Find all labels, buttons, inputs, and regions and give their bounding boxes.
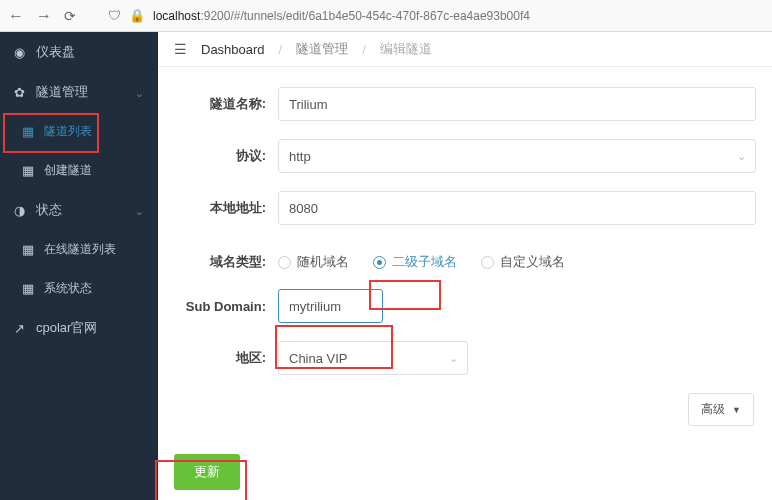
sidebar-label: 系统状态 — [44, 280, 92, 297]
gear-icon: ✿ — [14, 85, 28, 100]
sidebar-label: 状态 — [36, 201, 62, 219]
sidebar-label: 在线隧道列表 — [44, 241, 116, 258]
label-domain-type: 域名类型: — [158, 253, 278, 271]
list-icon: ▦ — [22, 242, 36, 257]
shield-icon[interactable]: 🛡 — [108, 8, 121, 23]
label-tunnel-name: 隧道名称: — [158, 95, 278, 113]
chevron-up-icon: ⌃ — [135, 86, 144, 99]
radio-label: 自定义域名 — [500, 253, 565, 271]
crumb-sep: / — [279, 42, 283, 57]
crumb-sep: / — [362, 42, 366, 57]
sidebar-item-tunnel-create[interactable]: ▦ 创建隧道 — [0, 151, 158, 190]
crumb-edit: 编辑隧道 — [380, 40, 432, 58]
lock-icon: 🔒 — [129, 8, 145, 23]
label-protocol: 协议: — [158, 147, 278, 165]
sidebar-item-sys-status[interactable]: ▦ 系统状态 — [0, 269, 158, 308]
label-subdomain: Sub Domain: — [158, 299, 278, 314]
breadcrumb: ☰ Dashboard / 隧道管理 / 编辑隧道 — [158, 32, 772, 67]
radio-label: 二级子域名 — [392, 253, 457, 271]
refresh-icon[interactable]: ⟳ — [64, 8, 76, 24]
sidebar-item-status[interactable]: ◑ 状态 ⌃ — [0, 190, 158, 230]
sidebar-label: 隧道列表 — [44, 123, 92, 140]
sidebar-item-cpolar[interactable]: ↗ cpolar官网 — [0, 308, 158, 348]
sidebar-label: cpolar官网 — [36, 319, 97, 337]
region-select[interactable] — [278, 341, 468, 375]
dashboard-icon: ◉ — [14, 45, 28, 60]
radio-icon — [373, 256, 386, 269]
label-region: 地区: — [158, 349, 278, 367]
radio-random-domain[interactable]: 随机域名 — [278, 253, 349, 271]
link-icon: ↗ — [14, 321, 28, 336]
radio-icon — [481, 256, 494, 269]
main-content: ☰ Dashboard / 隧道管理 / 编辑隧道 隧道名称: 协议: ⌄ 本地… — [158, 32, 772, 500]
crumb-dashboard[interactable]: Dashboard — [201, 42, 265, 57]
list-icon: ▦ — [22, 281, 36, 296]
radio-custom-domain[interactable]: 自定义域名 — [481, 253, 565, 271]
protocol-select[interactable] — [278, 139, 756, 173]
sidebar-label: 创建隧道 — [44, 162, 92, 179]
form-area: 隧道名称: 协议: ⌄ 本地地址: 域名类型: 随机域名 — [158, 67, 772, 500]
sidebar-label: 仪表盘 — [36, 43, 75, 61]
sidebar: ◉ 仪表盘 ✿ 隧道管理 ⌃ ▦ 隧道列表 ▦ 创建隧道 ◑ 状态 ⌃ ▦ 在线… — [0, 32, 158, 500]
radio-sub-domain[interactable]: 二级子域名 — [373, 253, 457, 271]
advanced-button[interactable]: 高级 ▼ — [688, 393, 754, 426]
radio-label: 随机域名 — [297, 253, 349, 271]
sidebar-item-tunnel-mgmt[interactable]: ✿ 隧道管理 ⌃ — [0, 72, 158, 112]
caret-down-icon: ▼ — [732, 405, 741, 415]
radio-icon — [278, 256, 291, 269]
sidebar-item-tunnel-list[interactable]: ▦ 隧道列表 — [0, 112, 158, 151]
sidebar-item-online-list[interactable]: ▦ 在线隧道列表 — [0, 230, 158, 269]
sidebar-item-dashboard[interactable]: ◉ 仪表盘 — [0, 32, 158, 72]
forward-icon[interactable]: → — [36, 7, 52, 25]
label-local-addr: 本地地址: — [158, 199, 278, 217]
chevron-up-icon: ⌃ — [135, 204, 144, 217]
subdomain-input[interactable] — [278, 289, 383, 323]
local-addr-input[interactable] — [278, 191, 756, 225]
sidebar-label: 隧道管理 — [36, 83, 88, 101]
status-icon: ◑ — [14, 203, 28, 218]
list-icon: ▦ — [22, 124, 36, 139]
btn-label: 高级 — [701, 402, 725, 416]
url-display[interactable]: localhost:9200/#/tunnels/edit/6a1b4e50-4… — [153, 9, 530, 23]
list-icon: ▦ — [22, 163, 36, 178]
tunnel-name-input[interactable] — [278, 87, 756, 121]
back-icon[interactable]: ← — [8, 7, 24, 25]
menu-toggle-icon[interactable]: ☰ — [174, 41, 187, 57]
browser-toolbar: ← → ⟳ 🛡 🔒 localhost:9200/#/tunnels/edit/… — [0, 0, 772, 32]
crumb-mgmt[interactable]: 隧道管理 — [296, 40, 348, 58]
update-button[interactable]: 更新 — [174, 454, 240, 490]
